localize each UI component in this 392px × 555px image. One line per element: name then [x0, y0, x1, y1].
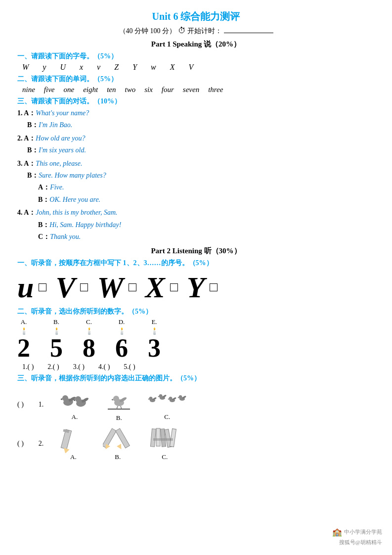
letter-Y: Y: [132, 63, 137, 72]
page-title: Unit 6 综合能力测评: [17, 10, 375, 23]
dialog-2-A: 2. A：How old are you?: [17, 133, 375, 144]
big-letter-u: u: [17, 273, 34, 302]
big-num-5: 5: [50, 335, 63, 361]
section3-title: 三、请跟读下面的对话。（10%）: [17, 97, 375, 106]
dialog-4-A: 4. A：John, this is my brother, Sam.: [17, 207, 375, 218]
word-nine: nine: [22, 86, 35, 94]
svg-point-24: [169, 397, 173, 400]
letter-V: V: [188, 63, 193, 72]
pic-1C: C.: [147, 388, 187, 421]
svg-rect-42: [170, 429, 176, 447]
letter-v: v: [97, 63, 100, 72]
num-2: 2.: [39, 440, 44, 448]
svg-marker-21: [158, 396, 159, 397]
big-num-3: 3: [148, 335, 161, 361]
word-four: four: [162, 86, 174, 94]
blank-4: 4.( ): [98, 363, 110, 371]
word-three: three: [208, 86, 223, 94]
svg-marker-37: [117, 444, 124, 451]
timer-label: 开始计时：: [187, 27, 222, 35]
subtitle: （40 分钟 100 分） ⏱ 开始计时：: [17, 26, 375, 36]
watermark-line1: 中小学满分学苑: [344, 528, 382, 536]
listening-section3-title: 三、听录音，根据你所听到的内容选出正确的图片。（5%）: [17, 374, 375, 383]
dialog-1-A: 1. A：What's your name?: [17, 108, 375, 119]
letter-x: x: [80, 63, 83, 72]
svg-rect-38: [151, 429, 156, 447]
svg-rect-36: [116, 428, 130, 448]
part1-title: Part 1 Speaking 说（20%）: [17, 40, 375, 49]
word-one: one: [63, 86, 74, 94]
pencil-bundle-icon: [147, 426, 182, 453]
answer-blanks-row: 1.( ) 2.( ) 3.( ) 4.( ) 5.( ): [22, 363, 375, 371]
big-num-2: 2: [17, 335, 30, 361]
letter-Z: Z: [114, 63, 119, 72]
blank-3: 3.( ): [73, 363, 85, 371]
word-ten: ten: [107, 86, 116, 94]
svg-rect-43: [153, 438, 173, 441]
watermark-icon: 🏫 中小学满分学苑: [332, 526, 382, 538]
svg-point-10: [113, 396, 119, 402]
svg-marker-2: [60, 398, 62, 400]
dialog-4-C: C：Thank you.: [17, 231, 375, 242]
dialog-3-B1: B：Sure. How many plates?: [17, 170, 375, 181]
blank-1: 1.( ): [22, 363, 34, 371]
big-num-6: 6: [115, 335, 128, 361]
dialog-3-B2: B：OK. Here you are.: [17, 194, 375, 205]
dialog-3: 3. A：This one, please. B：Sure. How many …: [17, 158, 375, 206]
big-letter-Y: Y: [187, 273, 205, 302]
num-item-E: E. 🕯️ 3: [148, 318, 161, 361]
num-1: 1.: [39, 401, 44, 409]
bird-branch-icon: [105, 387, 132, 414]
pic-2C: C.: [147, 426, 182, 461]
checkbox-V[interactable]: [80, 283, 88, 291]
watermark-line2: 搜狐号@胡精精斗: [332, 538, 382, 547]
section2-title: 二、请跟读下面的单词。（5%）: [17, 75, 375, 84]
blank-2: 2.( ): [47, 363, 59, 371]
letter-y: y: [43, 63, 46, 72]
checkbox-X[interactable]: [170, 283, 178, 291]
paren-1: ( ): [17, 401, 24, 409]
word-eight: eight: [83, 86, 98, 94]
num-item-B: B. 🕯️ 5: [50, 318, 63, 361]
checkbox-Y[interactable]: [210, 283, 218, 291]
word-seven: seven: [183, 86, 199, 94]
pic-1B: B.: [105, 387, 132, 422]
pic-1A: A.: [58, 388, 90, 421]
birds-group-icon: [147, 388, 187, 413]
dialog-4-B: B：Hi, Sam. Happy birthday!: [17, 220, 375, 231]
svg-marker-29: [178, 397, 179, 398]
num-item-A: A. 🕯️ 2: [17, 318, 30, 361]
dialog-3-A2: A：Five.: [17, 182, 375, 193]
listening-section2-title: 二、听录音，选出你所听到的数字。（5%）: [17, 307, 375, 316]
word-six: six: [144, 86, 153, 94]
paren-2: ( ): [17, 440, 24, 448]
big-letter-V: V: [55, 273, 75, 302]
picture-row-2: ( ) 2. A. B. C.: [17, 426, 375, 461]
num-item-D: D. 🕯️ 6: [115, 318, 128, 361]
dialog-3-A: 3. A：This one, please.: [17, 158, 375, 169]
single-pencil-icon: [58, 426, 88, 453]
dialog-1: 1. A：What's your name? B：I'm Jin Bao.: [17, 108, 375, 131]
svg-rect-39: [156, 428, 160, 446]
section1-title: 一、请跟读下面的字母。（5%）: [17, 52, 375, 61]
letter-W: W: [22, 63, 29, 72]
svg-marker-17: [148, 398, 149, 400]
part2-title: Part 2 Listening 听（30%）: [17, 246, 375, 256]
pic-2B: B.: [103, 426, 132, 461]
words-row: nine five one eight ten two six four sev…: [17, 86, 375, 94]
letter-U: U: [60, 63, 66, 72]
word-two: two: [125, 86, 135, 94]
svg-point-5: [75, 396, 81, 402]
pic-2A: A.: [58, 426, 88, 461]
svg-rect-34: [103, 428, 116, 448]
numbers-row: A. 🕯️ 2 B. 🕯️ 5 C. 🕯️ 8 D. 🕯️ 6 E. 🕯️ 3: [17, 318, 375, 361]
letter-X: X: [170, 63, 175, 72]
listening-section1-title: 一、听录音，按顺序在方框中写下 1、2、3……的序号。（5%）: [17, 259, 375, 268]
checkbox-u[interactable]: [39, 283, 46, 291]
bird-pair-icon: [58, 388, 90, 413]
timer-blank: [224, 33, 273, 33]
big-letters-row: u V W X Y: [17, 273, 375, 302]
svg-marker-25: [168, 398, 169, 400]
checkbox-W[interactable]: [129, 283, 136, 291]
watermark: 🏫 中小学满分学苑 搜狐号@胡精精斗: [332, 526, 382, 547]
